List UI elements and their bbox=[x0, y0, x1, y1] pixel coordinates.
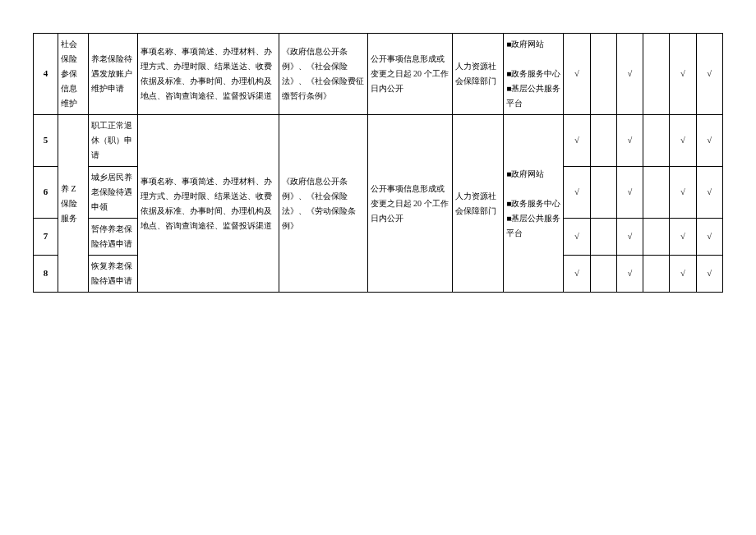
channel-label: 政务服务中心 bbox=[511, 199, 560, 208]
check-cell bbox=[643, 167, 670, 219]
check-cell bbox=[590, 219, 616, 256]
row-number: 5 bbox=[34, 115, 58, 167]
check-cell: √ bbox=[564, 115, 590, 167]
check-cell: √ bbox=[696, 219, 722, 256]
item-cell: 恢复养老保险待遇申请 bbox=[88, 256, 137, 293]
check-cell bbox=[590, 167, 616, 219]
check-cell bbox=[590, 115, 616, 167]
check-cell: √ bbox=[670, 34, 696, 115]
table-row: 4 社会保险参保信息维护 养老保险待遇发放账户维护申请 事项名称、事项简述、办理… bbox=[34, 34, 723, 115]
check-cell: √ bbox=[670, 219, 696, 256]
check-cell: √ bbox=[564, 34, 590, 115]
disclosure-table: 4 社会保险参保信息维护 养老保险待遇发放账户维护申请 事项名称、事项简述、办理… bbox=[33, 33, 723, 293]
time-cell: 公开事项信息形成或变更之日起 20 个工作日内公开 bbox=[367, 34, 452, 115]
channel-cell: ■政府网站 ■政务服务中心 ■基层公共服务平台 bbox=[504, 115, 564, 293]
channel-label: 基层公共服务平台 bbox=[506, 214, 560, 238]
channel-label: 基层公共服务平台 bbox=[506, 84, 560, 108]
check-cell: √ bbox=[696, 34, 722, 115]
check-cell: √ bbox=[696, 115, 722, 167]
check-cell: √ bbox=[564, 256, 590, 293]
check-cell: √ bbox=[564, 219, 590, 256]
item-cell: 养老保险待遇发放账户维护申请 bbox=[88, 34, 137, 115]
basis-cell: 《政府信息公开条例》、《社会保险法》、《劳动保险条例》 bbox=[279, 115, 368, 293]
table-row: 5 养 Z 保险服务 职工正常退休（职）申请 事项名称、事项简述、办理材料、办理… bbox=[34, 115, 723, 167]
check-cell bbox=[643, 256, 670, 293]
check-cell: √ bbox=[616, 115, 643, 167]
category-cell: 养 Z 保险服务 bbox=[58, 115, 89, 293]
time-cell: 公开事项信息形成或变更之日起 20 个工作日内公开 bbox=[367, 115, 452, 293]
check-cell: √ bbox=[696, 167, 722, 219]
check-cell: √ bbox=[616, 34, 643, 115]
check-cell bbox=[643, 34, 670, 115]
channel-label: 政府网站 bbox=[511, 169, 544, 178]
row-number: 6 bbox=[34, 167, 58, 219]
category-cell: 社会保险参保信息维护 bbox=[58, 34, 89, 115]
check-cell: √ bbox=[696, 256, 722, 293]
channel-label: 政务服务中心 bbox=[511, 69, 560, 78]
item-cell: 城乡居民养老保险待遇申领 bbox=[88, 167, 137, 219]
dept-cell: 人力资源社会保障部门 bbox=[452, 34, 503, 115]
content-cell: 事项名称、事项简述、办理材料、办理方式、办理时限、结果送达、收费依据及标准、办事… bbox=[137, 34, 279, 115]
content-cell: 事项名称、事项简述、办理材料、办理方式、办理时限、结果送达、收费依据及标准、办事… bbox=[137, 115, 279, 293]
row-number: 4 bbox=[34, 34, 58, 115]
check-cell: √ bbox=[616, 219, 643, 256]
check-cell: √ bbox=[616, 167, 643, 219]
channel-label: 政府网站 bbox=[511, 39, 544, 48]
check-cell: √ bbox=[670, 167, 696, 219]
check-cell: √ bbox=[670, 256, 696, 293]
channel-cell: ■政府网站 ■政务服务中心 ■基层公共服务平台 bbox=[504, 34, 564, 115]
check-cell bbox=[590, 34, 616, 115]
check-cell bbox=[643, 115, 670, 167]
item-cell: 暂停养老保险待遇申请 bbox=[88, 219, 137, 256]
check-cell bbox=[590, 256, 616, 293]
row-number: 7 bbox=[34, 219, 58, 256]
check-cell: √ bbox=[564, 167, 590, 219]
basis-cell: 《政府信息公开条例》、《社会保险法》、《社会保险费征缴暂行条例》 bbox=[279, 34, 368, 115]
item-cell: 职工正常退休（职）申请 bbox=[88, 115, 137, 167]
check-cell bbox=[643, 219, 670, 256]
row-number: 8 bbox=[34, 256, 58, 293]
check-cell: √ bbox=[616, 256, 643, 293]
dept-cell: 人力资源社会保障部门 bbox=[452, 115, 503, 293]
check-cell: √ bbox=[670, 115, 696, 167]
